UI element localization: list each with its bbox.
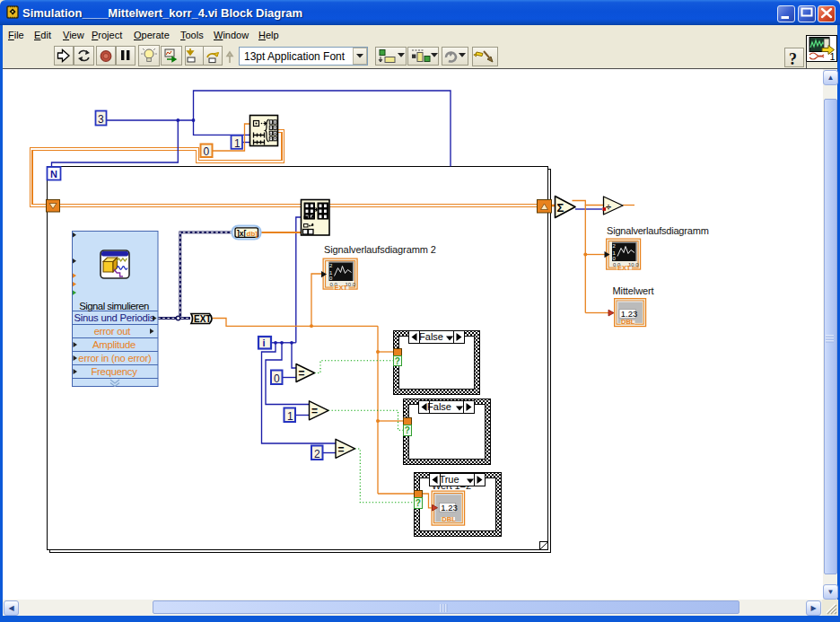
svg-text:13pt Application Font: 13pt Application Font (244, 50, 346, 63)
svg-text:?: ? (789, 50, 797, 68)
svg-text:1: 1 (830, 51, 836, 62)
